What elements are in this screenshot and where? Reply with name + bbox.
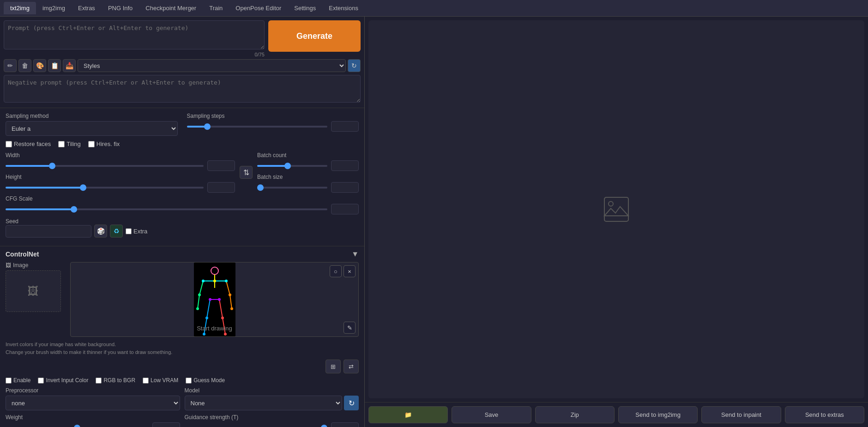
prompt-section: 0/75 Generate ✏ 🗑 🎨 📋 📥 Styles ↻ (0, 17, 364, 108)
batch-block: Batch count 4 Batch size 1 (257, 152, 359, 193)
controlnet-header: ControlNet ▼ (6, 250, 359, 258)
batch-size-slider[interactable] (257, 187, 327, 189)
extra-checkbox[interactable]: Extra (126, 228, 147, 235)
image-upload-area: 🖼 Image 🖼 (6, 262, 359, 337)
image-upload-placeholder[interactable]: 🖼 (6, 270, 61, 312)
height-number[interactable]: 832 (207, 182, 235, 193)
tab-img2img[interactable]: img2img (36, 2, 72, 14)
batch-count-slider[interactable] (257, 165, 327, 167)
seed-row: Seed -1 🎲 ♻ Extra (6, 218, 359, 238)
tab-extensions[interactable]: Extensions (322, 2, 365, 14)
preprocessor-select[interactable]: none (6, 396, 180, 410)
canvas-grid-btn[interactable]: ⊞ (326, 360, 341, 373)
svg-point-19 (209, 298, 211, 301)
hires-fix-checkbox[interactable]: Hires. fix (88, 140, 120, 147)
tab-train[interactable]: Train (203, 2, 229, 14)
send-to-img2img-button[interactable]: Send to img2img (618, 406, 698, 423)
svg-point-21 (205, 317, 208, 319)
svg-line-11 (223, 318, 225, 334)
svg-point-17 (229, 293, 231, 296)
restore-faces-checkbox[interactable]: Restore faces (6, 140, 51, 147)
dice-button[interactable]: 🎲 (94, 225, 107, 238)
zip-button[interactable]: Zip (535, 406, 615, 423)
weight-guidance-row: Weight 1 Guidance strength (T) 1 (6, 414, 359, 427)
sampling-steps-number[interactable]: 20 (331, 121, 359, 132)
cn-lowvram-checkbox[interactable]: Low VRAM (143, 377, 178, 384)
svg-point-12 (213, 280, 216, 282)
batch-size-number[interactable]: 1 (331, 182, 359, 193)
pink-style-btn[interactable]: 🎨 (33, 59, 46, 72)
send-to-extras-button[interactable]: Send to extras (785, 406, 864, 423)
svg-line-3 (199, 281, 203, 295)
open-folder-button[interactable]: 📁 (368, 406, 448, 423)
height-slider[interactable] (6, 187, 204, 189)
cfg-scale-number[interactable]: 7 (331, 204, 359, 214)
weight-block: Weight 1 (6, 414, 180, 427)
swap-dimensions-button[interactable]: ⇅ (240, 166, 253, 179)
svg-point-14 (225, 280, 228, 282)
model-refresh-btn[interactable]: ↻ (344, 396, 359, 410)
positive-prompt-input[interactable] (4, 20, 265, 49)
copy-icon-btn[interactable]: 📋 (48, 59, 61, 72)
model-label: Model (185, 387, 359, 394)
controlnet-section: ControlNet ▼ 🖼 Image 🖼 (0, 246, 364, 427)
image-placeholder-icon (603, 195, 630, 223)
main-layout: 0/75 Generate ✏ 🗑 🎨 📋 📥 Styles ↻ (0, 17, 868, 427)
preprocessor-label: Preprocessor (6, 387, 180, 394)
clear-canvas-button[interactable]: ○ (330, 265, 342, 277)
cfg-scale-slider[interactable] (6, 208, 327, 210)
sampling-steps-slider[interactable] (187, 126, 328, 128)
guidance-block: Guidance strength (T) 1 (185, 414, 359, 427)
model-block: Model None ↻ (185, 387, 359, 410)
height-label: Height (6, 174, 235, 180)
dimensions-block: Width 512 Height 832 (6, 152, 235, 193)
tab-extras[interactable]: Extras (72, 2, 102, 14)
controlnet-collapse-btn[interactable]: ▼ (351, 250, 359, 258)
tab-checkpoint-merger[interactable]: Checkpoint Merger (139, 2, 203, 14)
close-canvas-button[interactable]: × (344, 265, 356, 277)
seed-input[interactable]: -1 (6, 225, 91, 238)
tiling-checkbox[interactable]: Tiling (58, 140, 81, 147)
styles-refresh-btn[interactable]: ↻ (348, 59, 361, 72)
svg-point-20 (218, 298, 221, 301)
generate-button[interactable]: Generate (268, 20, 361, 52)
styles-dropdown[interactable]: Styles (78, 59, 346, 72)
guidance-number[interactable]: 1 (331, 422, 359, 427)
tab-settings[interactable]: Settings (288, 2, 322, 14)
cn-guessmode-checkbox[interactable]: Guess Mode (186, 377, 225, 384)
weight-number[interactable]: 1 (152, 422, 180, 427)
batch-count-number[interactable]: 4 (331, 160, 359, 171)
width-slider[interactable] (6, 165, 204, 167)
pencil-icon-btn[interactable]: ✏ (4, 59, 17, 72)
svg-point-22 (203, 333, 205, 336)
canvas-swap-btn[interactable]: ⇄ (344, 360, 359, 373)
negative-prompt-input[interactable] (4, 75, 361, 103)
svg-point-13 (202, 280, 205, 282)
svg-point-24 (224, 333, 227, 336)
tab-openpose-editor[interactable]: OpenPose Editor (229, 2, 288, 14)
recycle-seed-button[interactable]: ♻ (110, 225, 123, 238)
svg-line-5 (226, 281, 230, 295)
cn-invert-checkbox[interactable]: Invert Input Color (38, 377, 88, 384)
tab-pnginfo[interactable]: PNG Info (102, 2, 139, 14)
face-tiling-hires-row: Restore faces Tiling Hires. fix (6, 140, 359, 147)
svg-point-15 (198, 293, 201, 296)
batch-size-label: Batch size (257, 174, 359, 180)
send-to-inpaint-button[interactable]: Send to inpaint (701, 406, 781, 423)
edit-canvas-button[interactable]: ✎ (344, 322, 356, 334)
svg-point-23 (221, 317, 224, 319)
width-number[interactable]: 512 (207, 160, 235, 171)
cn-enable-checkbox[interactable]: Enable (6, 377, 30, 384)
seed-label: Seed (6, 218, 147, 225)
trash-icon-btn[interactable]: 🗑 (18, 59, 31, 72)
sampling-method-select[interactable]: Euler a (6, 121, 178, 136)
save-button[interactable]: Save (452, 406, 531, 423)
cn-rgb2bgr-checkbox[interactable]: RGB to BGR (96, 377, 135, 384)
tab-txt2img[interactable]: txt2img (4, 2, 36, 14)
paste-icon-btn[interactable]: 📥 (63, 59, 76, 72)
image-icon: 🖼 (6, 262, 11, 268)
model-select[interactable]: None (185, 396, 343, 410)
canvas-area[interactable]: Start drawing ○ × ✎ (70, 262, 359, 337)
preprocessor-block: Preprocessor none (6, 387, 180, 410)
svg-line-6 (230, 295, 232, 309)
